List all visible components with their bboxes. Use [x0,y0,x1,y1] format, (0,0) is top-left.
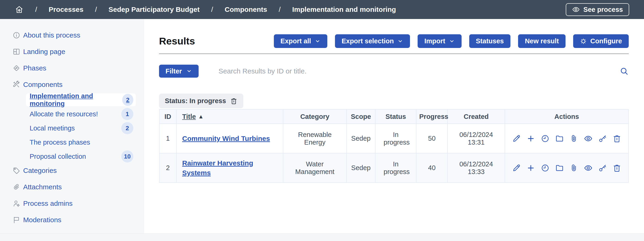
cell-progress: 50 [416,124,448,153]
breadcrumb-item-current-component[interactable]: Implementation and monitoring [292,6,396,14]
add-child-icon[interactable] [526,164,535,172]
sort-ascending-icon: ▲ [198,113,204,120]
breadcrumb-item-components[interactable]: Components [225,6,267,14]
page-title: Results [159,36,195,47]
column-header-created: Created [448,109,505,124]
sidebar-subitem-label: Allocate the resources! [30,110,98,118]
breadcrumb-separator: / [95,6,97,14]
cell-created: 06/12/2024 13:31 [457,131,496,146]
preview-eye-icon[interactable] [584,164,592,172]
sidebar-item-label: Components [23,81,62,89]
results-toolbar: Export all Export selection Import Statu… [274,34,629,48]
statuses-button[interactable]: Statuses [469,34,511,48]
sidebar-item-process-admins[interactable]: Process admins [0,195,144,211]
statuses-label: Statuses [476,37,504,45]
sidebar-item-attachments[interactable]: Attachments [0,179,144,195]
process-sidebar: About this process Landing page Phases C… [0,19,144,233]
column-header-title: Title ▲ [176,109,283,124]
see-process-button[interactable]: See process [566,3,629,16]
delete-trash-icon[interactable] [612,164,621,172]
sidebar-item-about[interactable]: About this process [0,27,144,43]
breadcrumb-item-process-name[interactable]: Sedep Participatory Budget [108,6,200,14]
export-all-button[interactable]: Export all [274,34,327,48]
search-input[interactable] [218,67,614,75]
sidebar-item-components[interactable]: Components [0,76,144,93]
sidebar-subitem-proposal-collection[interactable]: Proposal collection 10 [26,150,136,163]
cell-id: 2 [159,153,176,183]
results-table: ID Title ▲ Category Scope Status Progres… [159,109,629,183]
sidebar-subitem-label: The process phases [30,139,90,146]
layout-icon [12,48,20,56]
count-badge: 10 [121,150,133,162]
gear-icon [580,38,587,45]
cell-scope: Sedep [346,153,375,183]
result-title-link[interactable]: Rainwater Harvesting Systems [182,159,253,176]
filter-button[interactable]: Filter [159,65,198,78]
folder-icon[interactable] [555,164,564,172]
sort-by-title-link[interactable]: Title ▲ [182,113,204,121]
results-panel: Results Export all Export selection Impo… [144,19,644,233]
sidebar-item-label: Moderations [23,216,61,224]
attachments-icon[interactable] [570,134,578,143]
edit-icon[interactable] [512,134,521,143]
remove-filter-trash-icon[interactable] [230,97,238,105]
breadcrumb-separator: / [211,6,213,14]
route-icon [12,64,20,72]
permissions-key-icon[interactable] [598,134,607,143]
tag-icon [12,167,20,174]
sidebar-item-label: Categories [23,167,57,174]
edit-icon[interactable] [512,164,521,172]
cell-id: 1 [159,124,176,153]
flag-icon [12,216,20,224]
sidebar-subitem-label: Local meetings [30,124,75,132]
cell-status: In progress [384,131,408,146]
result-title-link[interactable]: Community Wind Turbines [182,135,270,142]
column-header-scope: Scope [346,109,375,124]
sidebar-item-moderations[interactable]: Moderations [0,211,144,228]
sidebar-item-label: About this process [23,31,80,39]
preview-eye-icon[interactable] [584,134,592,143]
column-header-id: ID [159,109,176,124]
cell-scope: Sedep [346,124,375,153]
search-icon[interactable] [620,67,629,76]
new-result-label: New result [525,37,559,45]
sidebar-item-label: Phases [23,64,46,72]
sidebar-subitem-allocate-the-resources[interactable]: Allocate the resources! 1 [26,108,136,121]
configure-button[interactable]: Configure [573,34,629,48]
sidebar-item-label: Landing page [23,48,65,56]
sidebar-subitem-the-process-phases[interactable]: The process phases [26,136,136,149]
breadcrumb: / Processes / Sedep Participatory Budget… [15,5,396,14]
sidebar-item-categories[interactable]: Categories [0,162,144,179]
new-result-button[interactable]: New result [518,34,566,48]
folder-icon[interactable] [555,134,564,143]
sidebar-subitem-local-meetings[interactable]: Local meetings 2 [26,122,136,135]
eye-icon [572,6,580,14]
chevron-down-icon [186,68,192,74]
sidebar-item-label: Attachments [23,183,62,191]
column-header-category: Category [283,109,346,124]
export-all-label: Export all [280,37,311,45]
export-selection-button[interactable]: Export selection [335,34,410,48]
sidebar-item-landing-page[interactable]: Landing page [0,43,144,60]
cell-category: Renewable Energy [283,124,346,153]
import-button[interactable]: Import [418,34,461,48]
count-badge: 2 [121,122,133,134]
chevron-down-icon [449,38,455,44]
active-filter-label: Status: In progress [165,97,226,105]
home-icon[interactable] [15,5,24,14]
history-icon[interactable] [541,134,550,143]
permissions-key-icon[interactable] [598,164,607,172]
count-badge: 2 [122,94,133,106]
breadcrumb-item-processes[interactable]: Processes [48,6,83,14]
cell-status: In progress [384,160,408,176]
tools-icon [12,81,20,89]
cell-progress: 40 [416,153,448,183]
filter-label: Filter [166,67,182,75]
chevron-down-icon [314,38,320,44]
add-child-icon[interactable] [526,134,535,143]
history-icon[interactable] [541,164,550,172]
sidebar-subitem-implementation-and-monitoring[interactable]: Implementation and monitoring 2 [26,93,136,106]
delete-trash-icon[interactable] [612,134,621,143]
sidebar-item-phases[interactable]: Phases [0,60,144,76]
attachments-icon[interactable] [570,164,578,172]
